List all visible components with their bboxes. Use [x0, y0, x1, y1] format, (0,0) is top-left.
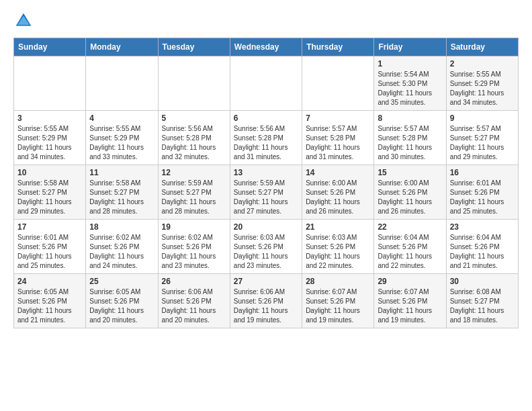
day-info: Sunrise: 5:56 AM Sunset: 5:28 PM Dayligh… — [162, 124, 226, 162]
day-number: 7 — [306, 113, 370, 123]
calendar-header-saturday: Saturday — [446, 38, 518, 56]
calendar-cell: 26Sunrise: 6:06 AM Sunset: 5:26 PM Dayli… — [158, 274, 230, 328]
calendar-cell — [230, 56, 302, 111]
day-info: Sunrise: 6:03 AM Sunset: 5:26 PM Dayligh… — [306, 233, 370, 271]
day-info: Sunrise: 6:00 AM Sunset: 5:26 PM Dayligh… — [378, 179, 442, 216]
calendar-cell: 5Sunrise: 5:56 AM Sunset: 5:28 PM Daylig… — [158, 111, 230, 165]
calendar-header-tuesday: Tuesday — [158, 38, 230, 56]
calendar-cell: 13Sunrise: 5:59 AM Sunset: 5:27 PM Dayli… — [230, 165, 302, 220]
day-info: Sunrise: 5:56 AM Sunset: 5:28 PM Dayligh… — [234, 124, 298, 162]
day-number: 21 — [306, 222, 370, 232]
day-number: 26 — [162, 277, 226, 286]
day-number: 12 — [162, 168, 226, 177]
day-number: 6 — [234, 113, 298, 123]
day-info: Sunrise: 5:54 AM Sunset: 5:30 PM Dayligh… — [378, 70, 442, 107]
day-number: 3 — [17, 113, 82, 123]
calendar-header-friday: Friday — [374, 38, 446, 56]
calendar-cell: 7Sunrise: 5:57 AM Sunset: 5:28 PM Daylig… — [302, 111, 374, 165]
day-info: Sunrise: 5:59 AM Sunset: 5:27 PM Dayligh… — [234, 179, 298, 216]
day-info: Sunrise: 6:04 AM Sunset: 5:26 PM Dayligh… — [450, 233, 515, 271]
day-info: Sunrise: 6:06 AM Sunset: 5:26 PM Dayligh… — [162, 287, 226, 325]
day-number: 17 — [17, 222, 82, 232]
day-info: Sunrise: 6:05 AM Sunset: 5:26 PM Dayligh… — [17, 287, 82, 325]
calendar-cell: 27Sunrise: 6:06 AM Sunset: 5:26 PM Dayli… — [230, 274, 302, 328]
day-number: 14 — [306, 168, 370, 177]
day-number: 23 — [450, 222, 515, 232]
calendar-cell: 28Sunrise: 6:07 AM Sunset: 5:26 PM Dayli… — [302, 274, 374, 328]
day-number: 13 — [234, 168, 298, 177]
calendar-cell — [14, 56, 86, 111]
day-number: 28 — [306, 277, 370, 286]
logo — [13, 11, 36, 31]
day-info: Sunrise: 6:08 AM Sunset: 5:27 PM Dayligh… — [450, 287, 515, 325]
day-info: Sunrise: 5:57 AM Sunset: 5:28 PM Dayligh… — [306, 124, 370, 162]
calendar-cell: 9Sunrise: 5:57 AM Sunset: 5:27 PM Daylig… — [446, 111, 518, 165]
calendar-week-2: 10Sunrise: 5:58 AM Sunset: 5:27 PM Dayli… — [14, 165, 519, 220]
calendar-cell: 30Sunrise: 6:08 AM Sunset: 5:27 PM Dayli… — [446, 274, 518, 328]
calendar-cell: 10Sunrise: 5:58 AM Sunset: 5:27 PM Dayli… — [14, 165, 86, 220]
day-info: Sunrise: 5:58 AM Sunset: 5:27 PM Dayligh… — [89, 179, 154, 216]
page: SundayMondayTuesdayWednesdayThursdayFrid… — [0, 0, 532, 339]
header — [13, 11, 519, 31]
calendar-cell: 17Sunrise: 6:01 AM Sunset: 5:26 PM Dayli… — [14, 220, 86, 274]
calendar-cell: 8Sunrise: 5:57 AM Sunset: 5:28 PM Daylig… — [374, 111, 446, 165]
calendar-week-4: 24Sunrise: 6:05 AM Sunset: 5:26 PM Dayli… — [14, 274, 519, 328]
calendar-cell: 16Sunrise: 6:01 AM Sunset: 5:26 PM Dayli… — [446, 165, 518, 220]
calendar-cell: 22Sunrise: 6:04 AM Sunset: 5:26 PM Dayli… — [374, 220, 446, 274]
calendar-cell: 29Sunrise: 6:07 AM Sunset: 5:26 PM Dayli… — [374, 274, 446, 328]
day-number: 29 — [378, 277, 442, 286]
calendar-cell — [302, 56, 374, 111]
day-info: Sunrise: 6:07 AM Sunset: 5:26 PM Dayligh… — [306, 287, 370, 325]
calendar-cell: 25Sunrise: 6:05 AM Sunset: 5:26 PM Dayli… — [86, 274, 158, 328]
day-number: 10 — [17, 168, 82, 177]
day-info: Sunrise: 6:04 AM Sunset: 5:26 PM Dayligh… — [378, 233, 442, 271]
day-info: Sunrise: 6:01 AM Sunset: 5:26 PM Dayligh… — [450, 179, 515, 216]
day-info: Sunrise: 6:00 AM Sunset: 5:26 PM Dayligh… — [306, 179, 370, 216]
day-info: Sunrise: 5:57 AM Sunset: 5:28 PM Dayligh… — [378, 124, 442, 162]
day-number: 4 — [89, 113, 154, 123]
day-number: 15 — [378, 168, 442, 177]
calendar-header-monday: Monday — [86, 38, 158, 56]
calendar-header-sunday: Sunday — [14, 38, 86, 56]
day-info: Sunrise: 6:01 AM Sunset: 5:26 PM Dayligh… — [17, 233, 82, 271]
calendar-cell — [158, 56, 230, 111]
day-number: 16 — [450, 168, 515, 177]
calendar-cell: 15Sunrise: 6:00 AM Sunset: 5:26 PM Dayli… — [374, 165, 446, 220]
day-info: Sunrise: 5:55 AM Sunset: 5:29 PM Dayligh… — [450, 70, 515, 107]
calendar-cell: 18Sunrise: 6:02 AM Sunset: 5:26 PM Dayli… — [86, 220, 158, 274]
day-info: Sunrise: 6:06 AM Sunset: 5:26 PM Dayligh… — [234, 287, 298, 325]
calendar-cell: 3Sunrise: 5:55 AM Sunset: 5:29 PM Daylig… — [14, 111, 86, 165]
calendar-cell: 4Sunrise: 5:55 AM Sunset: 5:29 PM Daylig… — [86, 111, 158, 165]
day-info: Sunrise: 5:58 AM Sunset: 5:27 PM Dayligh… — [17, 179, 82, 216]
day-number: 11 — [89, 168, 154, 177]
day-number: 27 — [234, 277, 298, 286]
calendar-header-thursday: Thursday — [302, 38, 374, 56]
calendar-cell: 24Sunrise: 6:05 AM Sunset: 5:26 PM Dayli… — [14, 274, 86, 328]
calendar-week-1: 3Sunrise: 5:55 AM Sunset: 5:29 PM Daylig… — [14, 111, 519, 165]
calendar-cell: 1Sunrise: 5:54 AM Sunset: 5:30 PM Daylig… — [374, 56, 446, 111]
day-number: 1 — [378, 59, 442, 68]
calendar-table: SundayMondayTuesdayWednesdayThursdayFrid… — [13, 38, 519, 328]
day-number: 20 — [234, 222, 298, 232]
calendar-cell: 19Sunrise: 6:02 AM Sunset: 5:26 PM Dayli… — [158, 220, 230, 274]
day-number: 2 — [450, 59, 515, 68]
calendar-cell: 2Sunrise: 5:55 AM Sunset: 5:29 PM Daylig… — [446, 56, 518, 111]
calendar-cell — [86, 56, 158, 111]
day-number: 5 — [162, 113, 226, 123]
day-number: 22 — [378, 222, 442, 232]
day-info: Sunrise: 6:07 AM Sunset: 5:26 PM Dayligh… — [378, 287, 442, 325]
day-info: Sunrise: 6:03 AM Sunset: 5:26 PM Dayligh… — [234, 233, 298, 271]
day-info: Sunrise: 5:59 AM Sunset: 5:27 PM Dayligh… — [162, 179, 226, 216]
calendar-week-3: 17Sunrise: 6:01 AM Sunset: 5:26 PM Dayli… — [14, 220, 519, 274]
day-number: 8 — [378, 113, 442, 123]
logo-icon — [13, 11, 34, 31]
calendar-cell: 14Sunrise: 6:00 AM Sunset: 5:26 PM Dayli… — [302, 165, 374, 220]
day-number: 25 — [89, 277, 154, 286]
day-info: Sunrise: 5:55 AM Sunset: 5:29 PM Dayligh… — [17, 124, 82, 162]
day-info: Sunrise: 5:55 AM Sunset: 5:29 PM Dayligh… — [89, 124, 154, 162]
calendar-cell: 23Sunrise: 6:04 AM Sunset: 5:26 PM Dayli… — [446, 220, 518, 274]
day-number: 24 — [17, 277, 82, 286]
day-info: Sunrise: 6:02 AM Sunset: 5:26 PM Dayligh… — [162, 233, 226, 271]
calendar-cell: 11Sunrise: 5:58 AM Sunset: 5:27 PM Dayli… — [86, 165, 158, 220]
day-number: 30 — [450, 277, 515, 286]
